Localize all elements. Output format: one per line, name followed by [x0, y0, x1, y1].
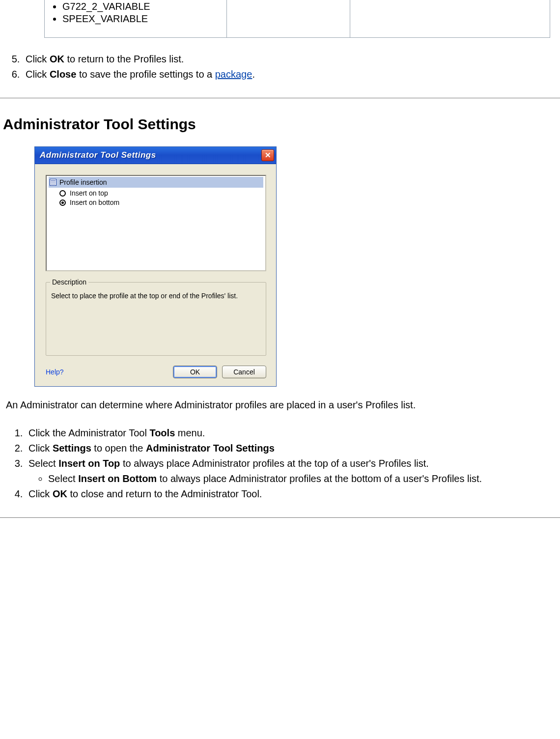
list-item: Click OK to return to the Profiles list.	[23, 53, 560, 66]
codec-bullet-list: G722_2_VARIABLE SPEEX_VARIABLE	[62, 1, 222, 25]
insert-on-top-option[interactable]: Insert on top	[59, 189, 263, 197]
list-item: G722_2_VARIABLE	[62, 1, 222, 12]
steps-list-bottom: Click the Administrator Tool Tools menu.…	[26, 426, 557, 501]
description-text: Select to place the profile at the top o…	[51, 291, 262, 301]
intro-paragraph: An Administrator can determine where Adm…	[6, 398, 554, 412]
steps-list-top: Click OK to return to the Profiles list.…	[23, 53, 560, 81]
list-icon	[50, 179, 56, 186]
list-item: SPEEX_VARIABLE	[62, 13, 222, 25]
ok-button[interactable]: OK	[173, 366, 217, 378]
insert-on-bottom-option[interactable]: Insert on bottom	[59, 199, 263, 206]
list-item: Click Close to save the profile settings…	[23, 68, 560, 81]
description-group: Description Select to place the profile …	[46, 282, 266, 356]
section-heading: Administrator Tool Settings	[3, 116, 557, 133]
help-link[interactable]: Help?	[46, 368, 64, 376]
cancel-button[interactable]: Cancel	[222, 366, 266, 378]
group-legend: Description	[50, 278, 88, 286]
package-link[interactable]: package	[215, 69, 252, 80]
list-item: Select Insert on Bottom to always place …	[48, 472, 557, 485]
radio-icon	[59, 190, 66, 197]
list-item: Select Insert on Top to always place Adm…	[26, 457, 557, 485]
dialog-titlebar: Administrator Tool Settings ✕	[35, 147, 276, 164]
close-icon[interactable]: ✕	[261, 149, 274, 161]
profile-insertion-heading: Profile insertion	[49, 177, 263, 188]
admin-tool-settings-dialog: Administrator Tool Settings ✕ Profile in…	[34, 146, 277, 387]
radio-icon	[59, 199, 66, 206]
codec-table-fragment: G722_2_VARIABLE SPEEX_VARIABLE	[44, 0, 550, 38]
dialog-title: Administrator Tool Settings	[40, 150, 156, 160]
section-divider	[0, 517, 560, 518]
profile-insertion-listbox[interactable]: Profile insertion Insert on top Insert o…	[46, 175, 266, 271]
list-item: Click OK to close and return to the Admi…	[26, 487, 557, 501]
list-item: Click the Administrator Tool Tools menu.	[26, 426, 557, 440]
section-divider	[0, 98, 560, 98]
list-item: Click Settings to open the Administrator…	[26, 442, 557, 455]
